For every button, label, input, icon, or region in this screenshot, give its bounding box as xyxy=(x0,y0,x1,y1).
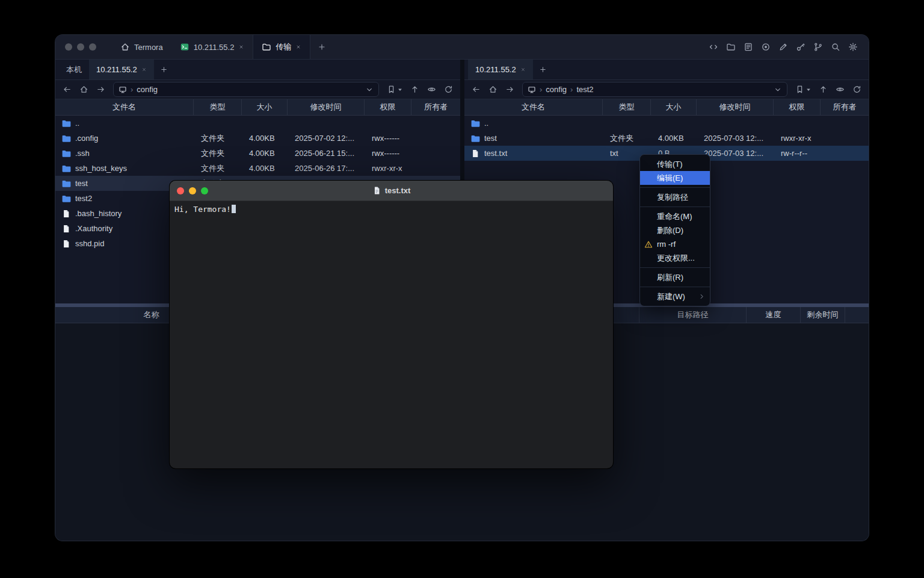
warning-icon xyxy=(644,240,653,249)
pane-tab-10.211.55.2[interactable]: 10.211.55.2 xyxy=(89,60,154,79)
main-tab-Termora[interactable]: Termora xyxy=(112,35,171,59)
bookmark-icon[interactable] xyxy=(795,85,804,94)
code-icon[interactable] xyxy=(709,42,718,52)
record-icon[interactable] xyxy=(761,42,771,52)
menu-item-新建(W)[interactable]: 新建(W) xyxy=(640,290,710,303)
column-header-2[interactable]: 大小 xyxy=(651,99,697,115)
file-row[interactable]: .config文件夹4.00KB2025-07-02 12:...rwx----… xyxy=(55,131,460,146)
file-row[interactable]: .. xyxy=(55,116,460,131)
column-header-3[interactable]: 修改时间 xyxy=(288,99,365,115)
breadcrumb-segments: ›config›test2 xyxy=(540,85,594,94)
close-icon[interactable] xyxy=(238,44,244,50)
menu-separator xyxy=(640,287,710,287)
menu-item-更改权限...[interactable]: 更改权限... xyxy=(640,251,710,265)
editor-titlebar[interactable]: test.txt xyxy=(170,181,613,201)
column-header-0[interactable]: 文件名 xyxy=(464,99,603,115)
column-header-4[interactable]: 权限 xyxy=(774,99,821,115)
pane-tab-label: 10.211.55.2 xyxy=(96,65,137,74)
column-header-speed[interactable]: 速度 xyxy=(747,307,801,323)
file-size: 4.00KB xyxy=(242,164,288,173)
breadcrumb[interactable]: ›config xyxy=(113,82,379,97)
home-icon[interactable] xyxy=(79,85,88,94)
editor-content[interactable]: Hi, Termora! xyxy=(170,201,613,468)
new-tab-button[interactable] xyxy=(310,35,333,59)
pathbar-actions xyxy=(387,85,453,94)
main-tab-10.211.55.2[interactable]: 10.211.55.2 xyxy=(171,35,253,59)
breadcrumb-segment[interactable]: test2 xyxy=(576,85,593,94)
column-header-target-path[interactable]: 目标路径 xyxy=(639,307,747,323)
file-row[interactable]: ssh_host_keys文件夹4.00KB2025-06-26 17:...r… xyxy=(55,161,460,176)
minimize-button[interactable] xyxy=(77,43,84,51)
arrow-right-icon[interactable] xyxy=(96,85,105,94)
arrow-up-icon[interactable] xyxy=(410,85,419,94)
pencil-icon[interactable] xyxy=(778,42,788,52)
settings-icon[interactable] xyxy=(848,42,858,52)
computer-icon xyxy=(119,85,127,94)
close-button[interactable] xyxy=(177,187,184,194)
close-icon[interactable] xyxy=(295,44,301,50)
main-tab-传输[interactable]: 传输 xyxy=(253,35,310,59)
file-permissions: rwx------ xyxy=(365,149,411,158)
pane-tab-label: 本机 xyxy=(66,64,82,75)
eye-icon[interactable] xyxy=(427,85,436,94)
column-header-3[interactable]: 修改时间 xyxy=(697,99,774,115)
search-icon[interactable] xyxy=(831,42,840,52)
zoom-button[interactable] xyxy=(89,43,96,51)
column-header-remaining-time[interactable]: 剩余时间 xyxy=(801,307,845,323)
breadcrumb-segment[interactable]: config xyxy=(546,85,567,94)
file-row[interactable]: .ssh文件夹4.00KB2025-06-21 15:...rwx------ xyxy=(55,146,460,161)
close-icon[interactable] xyxy=(520,67,526,72)
file-type: 文件夹 xyxy=(603,133,651,144)
breadcrumb[interactable]: ›config›test2 xyxy=(522,82,787,97)
arrow-right-icon[interactable] xyxy=(505,85,514,94)
refresh-icon[interactable] xyxy=(852,85,861,94)
editor-window-controls xyxy=(170,187,208,194)
titlebar[interactable]: Termora10.211.55.2传输 xyxy=(55,35,869,60)
file-name-cell: .config xyxy=(55,134,194,143)
home-icon[interactable] xyxy=(488,85,497,94)
caret-down-icon[interactable] xyxy=(398,87,402,92)
menu-item-编辑(E)[interactable]: 编辑(E) xyxy=(640,171,710,185)
zoom-button[interactable] xyxy=(201,187,208,194)
menu-item-复制路径[interactable]: 复制路径 xyxy=(640,190,710,204)
close-button[interactable] xyxy=(65,43,72,51)
file-permissions: rwx------ xyxy=(365,134,411,143)
column-header-0[interactable]: 文件名 xyxy=(55,99,194,115)
chevron-down-icon[interactable] xyxy=(774,85,782,94)
file-row[interactable]: .. xyxy=(464,116,869,131)
pane-tab-10.211.55.2[interactable]: 10.211.55.2 xyxy=(468,60,533,79)
breadcrumb-segment[interactable]: config xyxy=(137,85,158,94)
refresh-icon[interactable] xyxy=(444,85,453,94)
column-header-5[interactable]: 所有者 xyxy=(821,99,869,115)
column-header-5[interactable]: 所有者 xyxy=(411,99,460,115)
branch-icon[interactable] xyxy=(813,42,823,52)
arrow-left-icon[interactable] xyxy=(63,85,72,94)
menu-item-label: 更改权限... xyxy=(657,253,695,264)
caret-down-icon[interactable] xyxy=(806,87,811,92)
menu-item-重命名(M)[interactable]: 重命名(M) xyxy=(640,210,710,223)
file-row[interactable]: test文件夹4.00KB2025-07-03 12:...rwxr-xr-x xyxy=(464,131,869,146)
new-tab-button[interactable] xyxy=(154,60,174,79)
chevron-right-icon xyxy=(698,293,705,300)
log-icon[interactable] xyxy=(744,42,753,52)
menu-item-传输(T)[interactable]: 传输(T) xyxy=(640,157,710,171)
column-header-2[interactable]: 大小 xyxy=(242,99,288,115)
menu-item-rm -rf[interactable]: rm -rf xyxy=(640,237,710,251)
chevron-down-icon[interactable] xyxy=(365,85,374,94)
menu-item-删除(D)[interactable]: 删除(D) xyxy=(640,223,710,237)
minimize-button[interactable] xyxy=(189,187,196,194)
menu-item-刷新(R)[interactable]: 刷新(R) xyxy=(640,270,710,284)
bookmark-icon[interactable] xyxy=(387,85,396,94)
pane-tab-本机[interactable]: 本机 xyxy=(59,60,89,79)
folder-icon[interactable] xyxy=(726,42,736,52)
new-tab-button[interactable] xyxy=(533,60,553,79)
close-icon[interactable] xyxy=(141,67,147,72)
key-icon[interactable] xyxy=(796,42,805,52)
column-header-4[interactable]: 权限 xyxy=(365,99,411,115)
column-header-1[interactable]: 类型 xyxy=(603,99,651,115)
column-header-1[interactable]: 类型 xyxy=(194,99,242,115)
eye-icon[interactable] xyxy=(836,85,845,94)
arrow-left-icon[interactable] xyxy=(472,85,481,94)
context-menu: 传输(T)编辑(E)复制路径重命名(M)删除(D)rm -rf更改权限...刷新… xyxy=(639,154,710,306)
arrow-up-icon[interactable] xyxy=(819,85,828,94)
